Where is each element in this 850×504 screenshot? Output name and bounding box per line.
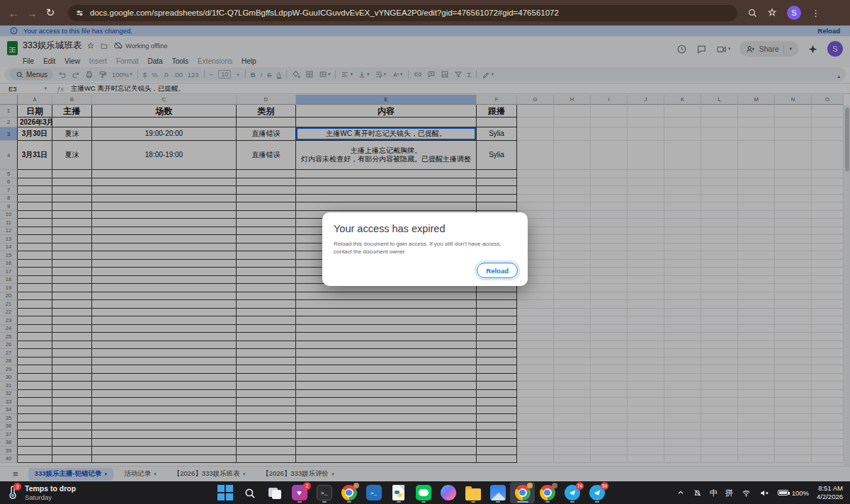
tray-date: 4/2/2026 xyxy=(817,493,843,501)
taskbar-clock[interactable]: 8:51 AM 4/2/2026 xyxy=(817,484,843,501)
taskbar-taskview-icon[interactable] xyxy=(262,482,287,503)
taskbar-line-icon[interactable] xyxy=(411,482,436,503)
ime-pinyin-icon[interactable]: 拼 xyxy=(725,488,733,498)
reload-icon[interactable]: ↻ xyxy=(41,6,60,19)
taskbar-folder-icon[interactable] xyxy=(460,482,485,503)
page: Your access to this file has changed. Re… xyxy=(0,25,850,481)
volume-muted-icon[interactable] xyxy=(759,488,770,498)
wifi-icon[interactable] xyxy=(741,488,752,498)
bookmark-star-icon[interactable] xyxy=(767,8,777,18)
battery-icon[interactable] xyxy=(778,490,788,496)
access-expired-dialog: Your access has expired Reload this docu… xyxy=(322,212,528,286)
dialog-body: Reload this document to gain access. If … xyxy=(334,241,516,256)
taskbar-powershell-icon[interactable]: >_ xyxy=(361,482,386,503)
screen: ← → ↻ docs.google.com/spreadsheets/d/1fC… xyxy=(0,0,850,504)
system-tray: 中 拼 100% 8:51 AM 4/2/2026 xyxy=(676,484,850,501)
dialog-title: Your access has expired xyxy=(334,223,516,234)
taskbar-telegram-icon[interactable]: 74 xyxy=(560,482,584,503)
taskbar-copilot-icon[interactable] xyxy=(436,482,460,503)
ime-language-icon[interactable]: 中 xyxy=(710,488,718,498)
weather-badge: 3 xyxy=(13,483,21,491)
taskbar-chrome-icon[interactable] xyxy=(336,482,361,503)
taskbar: 3 Temps to drop Saturday ♥2>_>_7454 中 拼 … xyxy=(0,481,850,504)
battery-percent: 100% xyxy=(792,489,809,497)
taskbar-telegram-icon[interactable]: 54 xyxy=(584,482,609,503)
tray-expand-icon[interactable] xyxy=(676,488,685,497)
taskbar-chrome-icon[interactable] xyxy=(510,482,535,503)
weather-title: Temps to drop xyxy=(25,484,76,493)
taskbar-search-icon[interactable] xyxy=(237,482,262,503)
weather-subtitle: Saturday xyxy=(25,493,76,502)
back-icon[interactable]: ← xyxy=(4,7,23,19)
dialog-reload-button[interactable]: Reload xyxy=(477,263,518,278)
browser-avatar[interactable]: S xyxy=(787,6,801,20)
weather-widget[interactable]: 3 Temps to drop Saturday xyxy=(0,484,212,502)
browser-menu-icon[interactable]: ⋮ xyxy=(811,8,820,18)
site-settings-icon[interactable] xyxy=(75,8,84,18)
notifications-off-icon[interactable] xyxy=(693,488,702,498)
browser-bar: ← → ↻ docs.google.com/spreadsheets/d/1fC… xyxy=(0,0,850,25)
taskbar-python-file-icon[interactable] xyxy=(386,482,411,503)
forward-icon[interactable]: → xyxy=(23,7,41,19)
taskbar-terminal-icon[interactable]: >_ xyxy=(312,482,336,503)
address-bar[interactable]: docs.google.com/spreadsheets/d/1fC-Q7LGm… xyxy=(68,5,737,21)
search-icon[interactable] xyxy=(747,8,757,18)
url-text[interactable]: docs.google.com/spreadsheets/d/1fC-Q7LGm… xyxy=(90,8,559,17)
taskbar-photos-icon[interactable] xyxy=(485,482,510,503)
tray-time: 8:51 AM xyxy=(817,484,843,493)
taskbar-chrome-icon[interactable] xyxy=(535,482,560,503)
taskbar-start-icon[interactable] xyxy=(212,482,237,503)
taskbar-heart-app-icon[interactable]: ♥2 xyxy=(287,482,312,503)
